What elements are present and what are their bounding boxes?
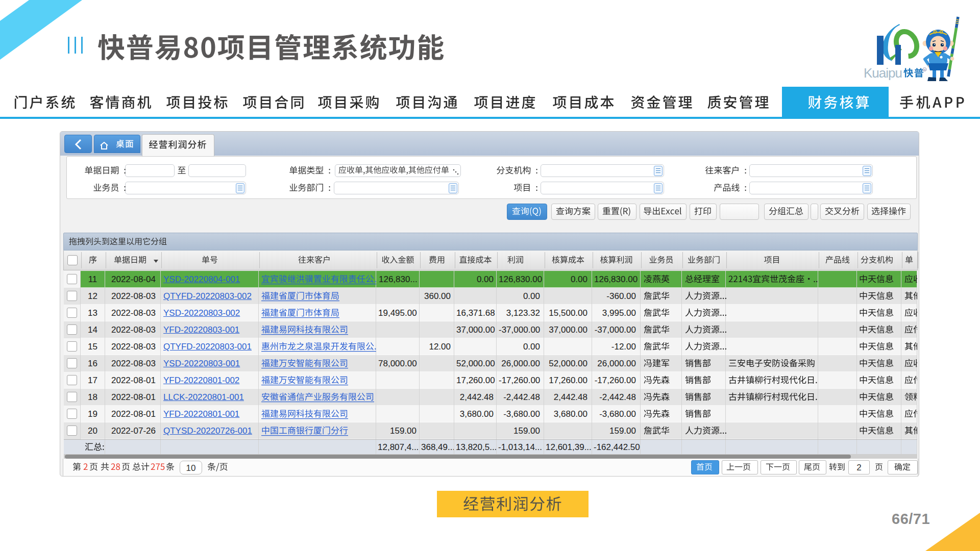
svg-text:Kuaipu: Kuaipu (864, 65, 902, 81)
svg-text:R: R (923, 68, 925, 71)
